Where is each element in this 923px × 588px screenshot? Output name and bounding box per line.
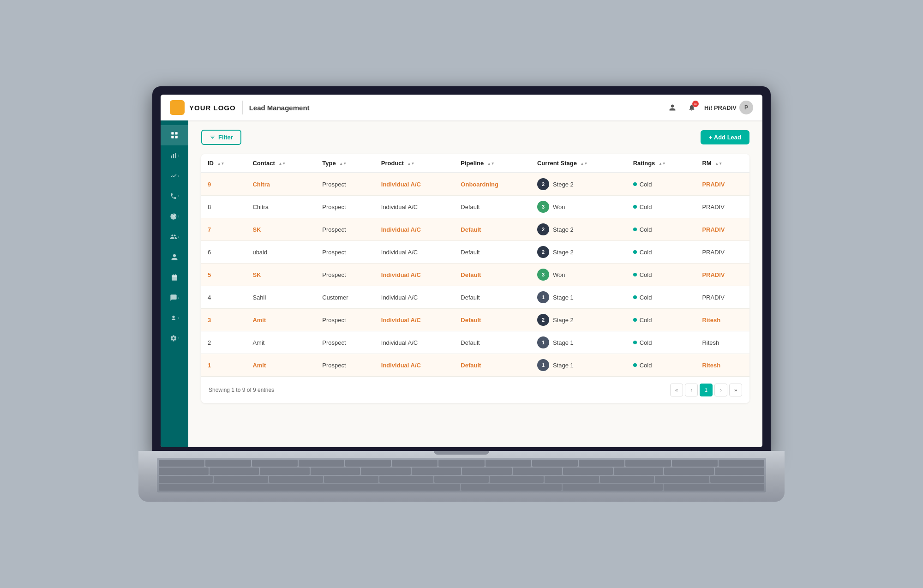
cell-product: Individual A/C	[375, 218, 455, 241]
logo-icon	[170, 100, 185, 115]
table-row[interactable]: 1 Amit Prospect Individual A/C Default 1…	[201, 354, 749, 377]
app-container: YOUR LOGO Lead Management ∞ Hi! PR	[161, 95, 762, 447]
stage-label: Won	[553, 271, 565, 278]
sort-arrows-type[interactable]: ▲▼	[339, 162, 347, 166]
filter-button[interactable]: Filter	[201, 130, 241, 145]
sort-arrows-contact[interactable]: ▲▼	[278, 162, 286, 166]
rating-dot	[633, 228, 637, 231]
sidebar-item-contacts[interactable]: ›	[161, 227, 188, 247]
cell-id: 2	[201, 331, 246, 354]
chevron-icon: ›	[178, 234, 180, 239]
table-row[interactable]: 3 Amit Prospect Individual A/C Default 2…	[201, 309, 749, 331]
user-icon	[171, 253, 178, 261]
rating-dot	[633, 341, 637, 344]
pagination: « ‹ 1 › »	[670, 384, 742, 396]
table-row[interactable]: 8 Chitra Prospect Individual A/C Default…	[201, 196, 749, 218]
table-row[interactable]: 7 SK Prospect Individual A/C Default 2 S…	[201, 218, 749, 241]
cell-product: Individual A/C	[375, 354, 455, 377]
key	[710, 476, 764, 483]
table-row[interactable]: 6 ubaid Prospect Individual A/C Default …	[201, 241, 749, 264]
user-menu[interactable]: Hi! PRADIV P	[704, 101, 753, 114]
col-ratings: Ratings ▲▼	[627, 154, 696, 173]
main-content: Filter + Add Lead	[188, 120, 762, 447]
table-row[interactable]: 4 Sahil Customer Individual A/C Default …	[201, 286, 749, 309]
cell-stage: 1 Stage 1	[531, 286, 627, 309]
phone-icon	[170, 192, 177, 200]
key	[434, 476, 488, 483]
page-1-btn[interactable]: 1	[700, 384, 713, 396]
user-icon-btn[interactable]	[665, 101, 679, 114]
key	[214, 476, 268, 483]
rating-dot	[633, 182, 637, 186]
key	[260, 468, 310, 474]
stage-label: Stage 1	[553, 339, 574, 346]
svg-rect-1	[175, 132, 178, 134]
cell-pipeline: Onboardning	[454, 173, 531, 196]
key	[563, 468, 613, 474]
cell-stage: 3 Won	[531, 264, 627, 286]
table-row[interactable]: 2 Amit Prospect Individual A/C Default 1…	[201, 331, 749, 354]
sidebar-item-settings[interactable]: ›	[161, 328, 188, 348]
rating-value: Cold	[640, 317, 652, 324]
logo-text: YOUR LOGO	[189, 104, 236, 112]
page-prev-btn[interactable]: ‹	[685, 384, 698, 396]
table-row[interactable]: 5 SK Prospect Individual A/C Default 3 W…	[201, 264, 749, 286]
sidebar-item-campaigns[interactable]: ›	[161, 288, 188, 308]
cell-product: Individual A/C	[375, 196, 455, 218]
filter-label: Filter	[218, 134, 233, 141]
key	[361, 468, 411, 474]
chevron-icon: ›	[178, 316, 180, 320]
sidebar-item-pie[interactable]: ›	[161, 206, 188, 227]
rating-dot	[633, 205, 637, 209]
key	[655, 476, 709, 483]
cell-id: 7	[201, 218, 246, 241]
key	[438, 460, 484, 467]
sidebar-item-calendar[interactable]	[161, 267, 188, 288]
cell-rating: Cold	[627, 241, 696, 264]
table-row[interactable]: 9 Chitra Prospect Individual A/C Onboard…	[201, 173, 749, 196]
add-lead-button[interactable]: + Add Lead	[701, 130, 749, 144]
bar-chart-icon	[170, 152, 177, 159]
sort-arrows-id[interactable]: ▲▼	[217, 162, 225, 166]
col-id: ID ▲▼	[201, 154, 246, 173]
cell-type: Prospect	[316, 173, 374, 196]
page-next-btn[interactable]: ›	[714, 384, 727, 396]
sidebar-item-calls[interactable]: ›	[161, 186, 188, 206]
key	[485, 460, 531, 467]
rating-value: Cold	[640, 362, 652, 369]
cell-id: 5	[201, 264, 246, 286]
sidebar-item-dashboard[interactable]	[161, 125, 188, 145]
stage-badge: 2	[537, 178, 549, 190]
header-right: ∞ Hi! PRADIV P	[665, 101, 753, 114]
sort-arrows-rm[interactable]: ▲▼	[715, 162, 722, 166]
sidebar-item-analytics[interactable]: ›	[161, 166, 188, 186]
cell-product: Individual A/C	[375, 286, 455, 309]
sort-arrows-ratings[interactable]: ▲▼	[659, 162, 666, 166]
col-stage: Current Stage ▲▼	[531, 154, 627, 173]
sort-arrows-pipeline[interactable]: ▲▼	[487, 162, 495, 166]
cell-id: 3	[201, 309, 246, 331]
notification-btn[interactable]: ∞	[685, 101, 699, 114]
svg-rect-6	[175, 153, 176, 158]
cell-type: Prospect	[316, 241, 374, 264]
sidebar-item-users[interactable]	[161, 247, 188, 267]
chevron-icon: ›	[178, 174, 180, 178]
page-last-btn[interactable]: »	[729, 384, 742, 396]
key	[159, 476, 213, 483]
cell-contact: Chitra	[246, 196, 316, 218]
col-pipeline: Pipeline ▲▼	[454, 154, 531, 173]
sidebar-item-reports[interactable]: ›	[161, 145, 188, 166]
cell-stage: 3 Won	[531, 196, 627, 218]
sort-arrows-stage[interactable]: ▲▼	[581, 162, 588, 166]
chevron-icon: ›	[178, 336, 180, 341]
sort-arrows-product[interactable]: ▲▼	[408, 162, 415, 166]
svg-rect-7	[172, 275, 177, 281]
table-body: 9 Chitra Prospect Individual A/C Onboard…	[201, 173, 749, 377]
key	[205, 460, 251, 467]
cell-stage: 1 Stage 1	[531, 331, 627, 354]
add-lead-label: + Add Lead	[709, 134, 741, 141]
page-first-btn[interactable]: «	[670, 384, 683, 396]
cell-pipeline: Default	[454, 264, 531, 286]
svg-rect-2	[171, 136, 174, 138]
sidebar-item-profile[interactable]: ›	[161, 308, 188, 328]
